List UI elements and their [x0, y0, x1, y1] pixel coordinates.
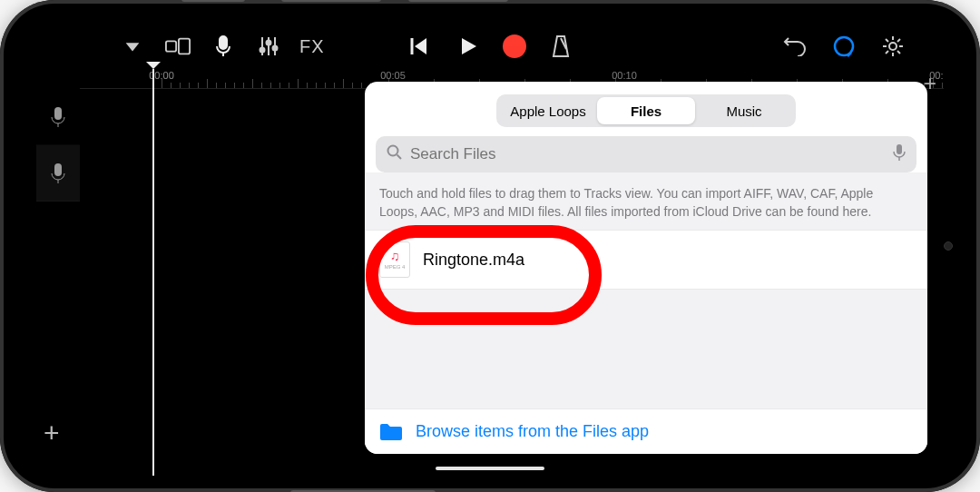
home-indicator[interactable]: [436, 467, 544, 470]
svg-point-13: [889, 43, 897, 50]
settings-button[interactable]: [878, 32, 907, 61]
playhead[interactable]: [152, 69, 154, 476]
svg-line-19: [397, 155, 402, 160]
mic-icon[interactable]: [209, 32, 238, 61]
track-header[interactable]: [36, 145, 80, 202]
svg-point-7: [260, 48, 265, 53]
svg-rect-1: [179, 39, 190, 54]
add-track-button[interactable]: +: [44, 418, 60, 448]
tab-apple-loops[interactable]: Apple Loops: [499, 97, 597, 124]
dictation-icon[interactable]: [893, 143, 906, 165]
record-button[interactable]: [503, 34, 526, 58]
fx-button[interactable]: FX: [299, 36, 325, 57]
folder-icon: [379, 423, 403, 441]
svg-point-9: [273, 46, 278, 51]
undo-button[interactable]: [780, 32, 809, 61]
track-headers: [36, 89, 80, 456]
file-name: Ringtone.m4a: [423, 251, 524, 270]
source-segmented-control: Apple Loops Files Music: [496, 94, 796, 127]
track-select-button[interactable]: [163, 32, 192, 61]
tab-music[interactable]: Music: [695, 97, 793, 124]
toolbar: FX: [36, 24, 944, 69]
browse-files-app-button[interactable]: Browse items from the Files app: [365, 408, 927, 454]
svg-point-18: [388, 146, 398, 156]
ruler-label: 00:05: [380, 70, 406, 81]
help-text: Touch and hold files to drag them to Tra…: [365, 172, 927, 230]
loop-browser-button[interactable]: [829, 32, 858, 61]
mixer-icon[interactable]: [254, 32, 283, 61]
files-popover: Apple Loops Files Music Touch and hold f…: [365, 82, 927, 454]
svg-rect-0: [166, 41, 176, 51]
svg-point-8: [267, 41, 271, 45]
svg-rect-16: [54, 163, 62, 176]
view-menu-button[interactable]: [118, 32, 147, 61]
browse-files-app-label: Browse items from the Files app: [416, 422, 649, 441]
search-bar[interactable]: [376, 136, 916, 172]
search-input[interactable]: [410, 145, 886, 163]
tab-files[interactable]: Files: [597, 97, 695, 124]
metronome-button[interactable]: [546, 32, 575, 61]
rewind-button[interactable]: [405, 32, 434, 61]
svg-rect-20: [897, 144, 902, 154]
file-item[interactable]: ♫ MPEG 4 Ringtone.m4a: [365, 230, 927, 290]
play-button[interactable]: [454, 32, 483, 61]
audio-file-icon: ♫ MPEG 4: [379, 241, 410, 278]
track-header[interactable]: [36, 89, 80, 145]
svg-rect-14: [54, 107, 62, 120]
search-icon: [387, 144, 403, 164]
svg-rect-2: [220, 36, 227, 49]
